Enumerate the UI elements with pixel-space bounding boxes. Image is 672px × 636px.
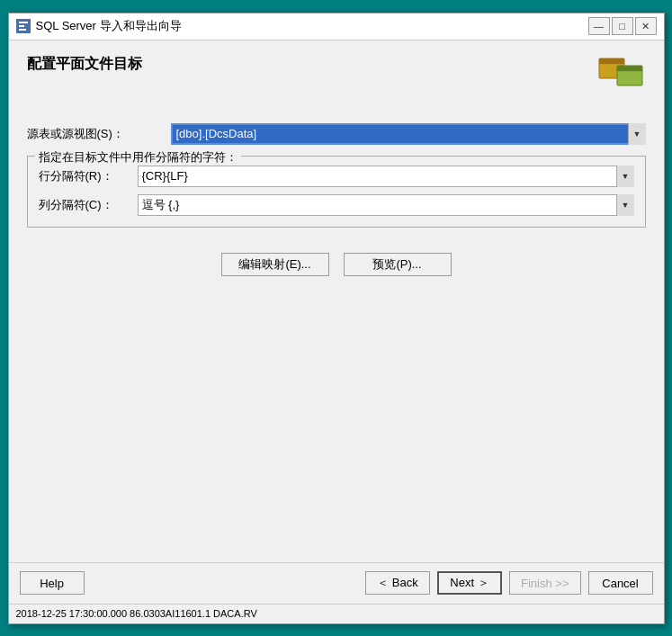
maximize-button[interactable]: □	[612, 17, 633, 35]
cancel-button[interactable]: Cancel	[588, 571, 653, 595]
preview-button[interactable]: 预览(P)...	[344, 253, 452, 276]
col-delimiter-wrapper[interactable]: 逗号 {,} ▼	[138, 194, 634, 216]
delimiter-group: 指定在目标文件中用作分隔符的字符： 行分隔符(R)： {CR}{LF} ▼ 列分…	[27, 156, 646, 228]
svg-rect-3	[19, 29, 26, 31]
page-title: 配置平面文件目标	[27, 55, 142, 74]
window-title: SQL Server 导入和导出向导	[36, 18, 588, 34]
content-spacer	[27, 276, 646, 548]
title-bar: SQL Server 导入和导出向导 — □ ✕	[9, 13, 664, 40]
back-button[interactable]: ＜ Back	[365, 571, 430, 595]
svg-rect-1	[19, 22, 28, 23]
row-delimiter-select[interactable]: {CR}{LF}	[138, 166, 634, 187]
col-delimiter-select[interactable]: 逗号 {,}	[138, 194, 634, 216]
app-icon	[16, 19, 31, 33]
svg-rect-2	[19, 25, 24, 27]
close-button[interactable]: ✕	[635, 17, 657, 35]
row-delimiter-label: 行分隔符(R)：	[39, 168, 138, 184]
col-delimiter-row: 列分隔符(C)： 逗号 {,} ▼	[39, 194, 634, 216]
row-delimiter-row: 行分隔符(R)： {CR}{LF} ▼	[39, 166, 634, 187]
content-area: 配置平面文件目标 源表或源视图(S)： [dbo].[DcsData] ▼	[9, 40, 664, 562]
next-button[interactable]: Next ＞	[437, 571, 502, 595]
group-legend: 指定在目标文件中用作分隔符的字符：	[35, 149, 241, 166]
status-text: 2018-12-25 17:30:00.000 86.0303AI11601.1…	[16, 608, 257, 619]
source-select-wrapper[interactable]: [dbo].[DcsData] ▼	[171, 123, 646, 145]
window-controls: — □ ✕	[588, 17, 657, 35]
svg-rect-7	[617, 66, 642, 71]
source-row: 源表或源视图(S)： [dbo].[DcsData] ▼	[27, 123, 646, 145]
finish-button[interactable]: Finish >>	[509, 571, 580, 595]
action-buttons: 编辑映射(E)... 预览(P)...	[27, 253, 646, 276]
source-label: 源表或源视图(S)：	[27, 126, 171, 142]
svg-rect-5	[599, 58, 624, 64]
page-header: 配置平面文件目标	[27, 55, 646, 105]
wizard-icon	[596, 55, 646, 105]
col-delimiter-label: 列分隔符(C)：	[39, 197, 138, 213]
minimize-button[interactable]: —	[588, 17, 610, 35]
status-bar: 2018-12-25 17:30:00.000 86.0303AI11601.1…	[9, 604, 664, 623]
source-select[interactable]: [dbo].[DcsData]	[171, 123, 646, 145]
edit-mapping-button[interactable]: 编辑映射(E)...	[221, 253, 329, 276]
row-delimiter-wrapper[interactable]: {CR}{LF} ▼	[138, 166, 634, 187]
help-button[interactable]: Help	[20, 571, 85, 595]
footer: Help ＜ Back Next ＞ Finish >> Cancel	[9, 562, 664, 604]
main-window: SQL Server 导入和导出向导 — □ ✕ 配置平面文件目标 源表或源视图…	[8, 13, 665, 624]
